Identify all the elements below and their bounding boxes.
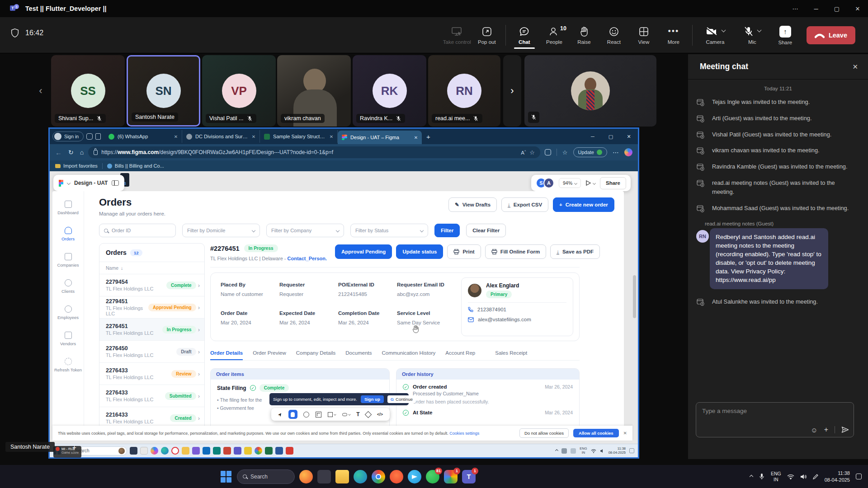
mic-options-chevron-icon[interactable] (757, 28, 761, 33)
browser-tab[interactable]: (6) WhatsApp✕ (104, 130, 182, 143)
filter-apply-button[interactable]: Filter (434, 224, 460, 237)
read-aloud-icon[interactable]: A^ (521, 150, 526, 155)
tab-order-preview[interactable]: Order Preview (253, 350, 286, 360)
browser-menu-icon[interactable]: ⋯ (613, 149, 619, 156)
back-icon[interactable]: ← (55, 149, 62, 156)
tray-mic-icon[interactable] (759, 473, 765, 480)
save-as-pdf-button[interactable]: ↓Save as PDF (550, 244, 600, 259)
file-explorer-icon[interactable] (335, 470, 349, 483)
export-csv-button[interactable]: ↓Export CSV (501, 197, 548, 212)
shared-acrobat-icon[interactable] (286, 447, 293, 455)
order-row[interactable]: 2279454TL Flex Holdings LLC Complete › (99, 274, 204, 296)
collaborator-avatar[interactable]: A (543, 178, 554, 188)
participant-tile-video[interactable]: vikram chavan (277, 55, 351, 127)
shared-excel-icon[interactable] (265, 447, 273, 455)
order-row[interactable]: 2279451TL Flex Holdings LLC Approval Pen… (99, 296, 204, 318)
raise-hand-button[interactable]: Raise (569, 26, 599, 45)
address-bar[interactable]: https://www.figma.com/design/9BKQ0FOHRWa… (88, 146, 540, 158)
teams-taskbar-icon[interactable]: GT1 (462, 470, 476, 483)
sidebar-item-orders[interactable]: Orders (52, 221, 84, 247)
present-button[interactable] (585, 180, 595, 186)
tab-order-details[interactable]: Order Details (210, 350, 243, 360)
share-button[interactable]: ↑ Share (770, 26, 800, 45)
emoji-icon[interactable]: ☺ (811, 426, 817, 434)
tab-close-icon[interactable]: ✕ (174, 134, 178, 139)
signup-button[interactable]: Sign up (361, 395, 384, 403)
strip-scroll-right-button[interactable]: › (503, 55, 521, 127)
close-icon[interactable]: ✕ (847, 0, 868, 17)
telegram-icon[interactable] (408, 470, 421, 483)
zoom-control[interactable]: 94% (559, 178, 581, 188)
layout-icon[interactable] (112, 180, 119, 186)
minimize-icon[interactable]: ─ (806, 0, 826, 17)
tab-documents[interactable]: Documents (345, 350, 372, 360)
update-browser-button[interactable]: Update (573, 147, 607, 157)
update-status-button[interactable]: Update status (396, 244, 443, 259)
leave-button[interactable]: Leave (807, 26, 855, 44)
deny-cookies-button[interactable]: Do not allow cookies (519, 428, 569, 438)
workspaces-icon[interactable] (86, 133, 93, 140)
view-drafts-button[interactable]: ✎View Drafts (448, 197, 497, 212)
shared-copilot-icon[interactable] (151, 447, 158, 455)
order-row[interactable]: 2276433TL Flex Holdings LLC Review › (99, 362, 204, 385)
shared-tray-chevron-icon[interactable] (555, 449, 558, 452)
text-tool-icon[interactable]: T (356, 411, 359, 418)
tab-sales-receipt[interactable]: Sales Receipt (495, 350, 527, 360)
favorite-bookmark[interactable]: Bills || Billing and Co... (107, 163, 164, 169)
participant-tile[interactable]: RK Ravindra K... (353, 55, 426, 127)
contact-person-link[interactable]: Contact_Person. (288, 256, 327, 261)
shared-edge-icon[interactable] (161, 447, 169, 455)
tab-communication-history[interactable]: Communication History (382, 350, 435, 360)
shared-opera-icon[interactable] (171, 447, 179, 455)
sidebar-item-employees[interactable]: Employees (52, 300, 84, 326)
figma-share-button[interactable]: Share (600, 177, 626, 189)
send-icon[interactable] (841, 426, 849, 433)
shape-tool-icon[interactable] (328, 412, 336, 417)
cookie-close-icon[interactable]: ✕ (623, 431, 627, 436)
spotlight-tile[interactable] (524, 55, 656, 127)
figma-file-name[interactable]: Design - UAT (74, 180, 108, 186)
maximize-icon[interactable]: ▢ (826, 0, 847, 17)
brave-icon[interactable] (390, 470, 403, 483)
participant-tile[interactable]: SS Shivani Sup... (51, 55, 125, 127)
chrome-icon[interactable] (372, 470, 385, 483)
order-row-selected[interactable]: 2276451TL Flex Holdings LLC In Progress … (99, 318, 204, 340)
tab-close-icon[interactable]: ✕ (330, 134, 333, 139)
dev-mode-icon[interactable]: </> (377, 412, 383, 417)
filter-domicile-select[interactable]: Filter by Domicile (182, 224, 260, 237)
tab-account-rep[interactable]: Account Rep (445, 350, 475, 360)
notification-center-icon[interactable] (856, 474, 862, 479)
contact-email[interactable]: alex@vstatefilings.com (468, 317, 566, 322)
participant-tile[interactable]: VP Vishal Patil ... (202, 55, 276, 127)
camera-options-chevron-icon[interactable] (721, 28, 726, 33)
shared-defender-icon[interactable] (223, 447, 231, 455)
language-indicator[interactable]: ENGIN (771, 471, 781, 482)
attach-plus-icon[interactable]: + (824, 426, 828, 434)
game-score-overlay[interactable]: MI - RLB Game score (53, 446, 81, 458)
pop-out-button[interactable]: Pop out (472, 26, 502, 45)
order-row[interactable]: 2276433TL Flex Holdings LLC Submitted › (99, 385, 204, 407)
shared-todo-icon[interactable] (244, 447, 252, 455)
browser-restore-icon[interactable]: ▢ (602, 134, 620, 140)
shared-folder-icon[interactable] (182, 447, 189, 455)
shared-outlook-icon[interactable] (203, 447, 210, 455)
titlebar-more-icon[interactable]: ⋯ (785, 0, 806, 17)
clear-filter-button[interactable]: Clear Filter (466, 224, 506, 237)
cookies-settings-link[interactable]: Cookies settings (449, 431, 479, 436)
extensions-icon[interactable] (545, 149, 551, 155)
order-row[interactable]: 2276450TL Flex Holdings LLC Draft › (99, 340, 204, 362)
shared-app-icon[interactable] (213, 447, 221, 455)
people-button[interactable]: 10 People (539, 26, 569, 45)
wifi-icon[interactable] (787, 474, 794, 479)
browser-tab[interactable]: Sample Salary Structure with calc✕ (260, 130, 338, 143)
tab-close-icon[interactable]: ✕ (252, 134, 255, 139)
google-continue-button[interactable]: G Continue (387, 395, 416, 403)
pen-icon[interactable] (812, 474, 819, 480)
start-button[interactable] (221, 471, 232, 483)
create-new-order-button[interactable]: +Create new order (553, 197, 614, 212)
volume-icon[interactable] (800, 474, 807, 479)
favorite-star-icon[interactable]: ☆ (529, 149, 535, 156)
browser-profile-button[interactable]: Sign in (52, 131, 84, 141)
edge-icon[interactable] (354, 470, 367, 483)
collections-icon[interactable]: ☆ (562, 149, 568, 156)
